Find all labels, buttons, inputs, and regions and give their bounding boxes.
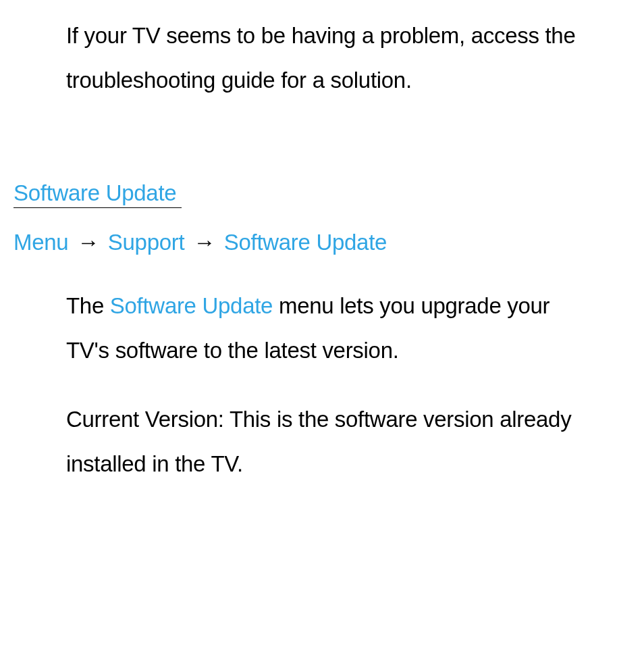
text-prefix: The: [66, 293, 110, 318]
breadcrumb-support: Support: [108, 230, 184, 255]
arrow-right-icon: →: [193, 230, 215, 255]
breadcrumb-software-update: Software Update: [224, 230, 387, 255]
document-content: If your TV seems to be having a problem,…: [0, 0, 644, 524]
breadcrumb-menu: Menu: [14, 230, 68, 255]
paragraph-software-update-desc: The Software Update menu lets you upgrad…: [66, 284, 590, 373]
breadcrumb: Menu → Support → Software Update: [14, 230, 630, 255]
text-highlight: Software Update: [110, 293, 273, 318]
intro-paragraph: If your TV seems to be having a problem,…: [66, 14, 590, 103]
section-heading-wrapper: Software Update: [14, 180, 630, 230]
section-heading: Software Update: [14, 180, 182, 208]
paragraph-current-version: Current Version: This is the software ve…: [66, 397, 590, 486]
arrow-right-icon: →: [77, 230, 99, 255]
